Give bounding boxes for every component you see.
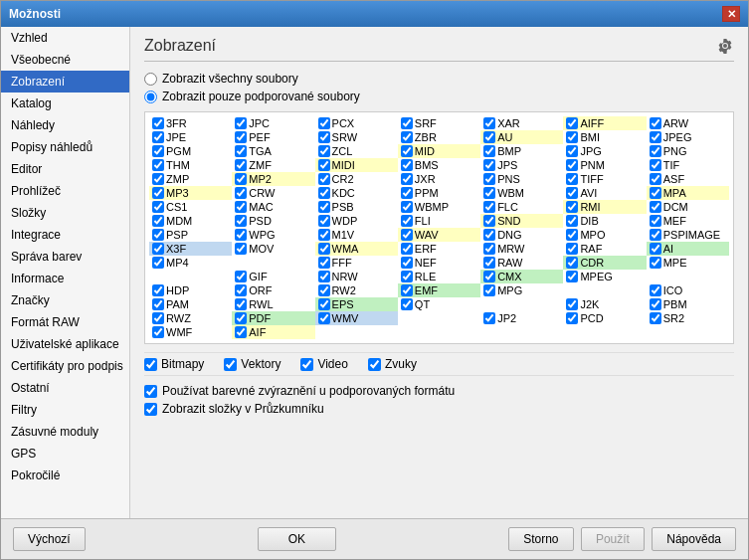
format-checkbox-PEF[interactable] [235,131,247,143]
format-checkbox-TIFF[interactable] [566,173,578,185]
format-checkbox-CMX[interactable] [483,271,495,282]
format-checkbox-AU[interactable] [483,131,495,143]
format-cell-DCM[interactable]: DCM [647,200,729,214]
cancel-button[interactable]: Storno [508,527,573,551]
format-checkbox-RAF[interactable] [566,243,578,255]
format-checkbox-ICO[interactable] [650,284,661,296]
format-checkbox-RMI[interactable] [566,201,578,213]
format-checkbox-SRF[interactable] [401,117,413,129]
format-cell-M1V[interactable]: M1V [315,228,398,242]
format-cell-PSB[interactable]: PSB [315,200,398,214]
format-checkbox-ZCL[interactable] [318,145,330,157]
format-cell-PAM[interactable]: PAM [149,297,232,311]
format-cell-WMV[interactable]: WMV [315,311,398,325]
format-cell-ZMP[interactable]: ZMP [149,172,232,186]
format-cell-FLI[interactable]: FLI [398,214,480,228]
format-cell-FLC[interactable]: FLC [480,200,563,214]
sidebar-item-integrace[interactable]: Integrace [1,224,129,246]
format-checkbox-PCD[interactable] [566,312,578,324]
extra-option[interactable]: Zobrazit složky v Průzkumníku [144,402,734,416]
sidebar-item-všeobecné[interactable]: Všeobecné [1,49,129,71]
format-cell-CRW[interactable]: CRW [232,186,314,200]
sidebar-item-editor[interactable]: Editor [1,158,129,180]
format-checkbox-SND[interactable] [483,215,495,227]
format-checkbox-PCX[interactable] [318,117,330,129]
format-checkbox-J2K[interactable] [566,298,578,310]
close-button[interactable]: ✕ [722,6,740,22]
format-cell-MPG[interactable]: MPG [480,283,563,297]
bottom-checkbox-bitmapy[interactable]: Bitmapy [144,357,204,371]
format-cell-RAF[interactable]: RAF [563,242,646,256]
format-cell-JPEG[interactable]: JPEG [647,130,729,144]
format-cell-BMP[interactable]: BMP [480,144,563,158]
format-checkbox-QT[interactable] [401,298,413,310]
format-cell-PCD[interactable]: PCD [563,311,646,325]
format-checkbox-EMF[interactable] [401,284,413,296]
format-cell-CS1[interactable]: CS1 [149,200,232,214]
format-checkbox-MID[interactable] [401,145,413,157]
format-checkbox-PGM[interactable] [152,145,164,157]
bottom-checkbox-vektory[interactable]: Vektory [224,357,281,371]
format-checkbox-CS1[interactable] [152,201,164,213]
format-cell-J2K[interactable]: J2K [563,297,646,311]
sidebar-item-značky[interactable]: Značky [1,289,129,311]
gear-icon[interactable] [716,37,734,55]
format-checkbox-JPE[interactable] [152,131,164,143]
sidebar-item-správa-barev[interactable]: Správa barev [1,246,129,268]
format-checkbox-3FR[interactable] [152,117,164,129]
format-cell-TIFF[interactable]: TIFF [563,172,646,186]
format-checkbox-JPC[interactable] [235,117,247,129]
format-checkbox-SRW[interactable] [318,131,330,143]
format-cell-MP2[interactable]: MP2 [232,172,314,186]
format-cell-PPM[interactable]: PPM [398,186,480,200]
format-checkbox-DIB[interactable] [566,215,578,227]
format-checkbox-AIFF[interactable] [566,117,578,129]
format-checkbox-MOV[interactable] [235,243,247,255]
bottom-checkbox-zvuky[interactable]: Zvuky [368,357,417,371]
format-cell-ERF[interactable]: ERF [398,242,480,256]
format-checkbox-WAV[interactable] [401,229,413,241]
format-cell-RAW[interactable]: RAW [480,256,563,270]
format-checkbox-M1V[interactable] [318,229,330,241]
format-checkbox-FFF[interactable] [318,257,330,269]
format-cell-ZCL[interactable]: ZCL [315,144,398,158]
bottom-cb-bitmapy[interactable] [144,358,157,371]
sidebar-item-náhledy[interactable]: Náhledy [1,114,129,136]
format-checkbox-NRW[interactable] [318,271,330,282]
format-checkbox-PPM[interactable] [401,187,413,199]
format-cell-MID[interactable]: MID [398,144,480,158]
format-checkbox-ZMP[interactable] [152,173,164,185]
format-cell-PSP[interactable]: PSP [149,228,232,242]
format-cell-HDP[interactable]: HDP [149,283,232,297]
sidebar-item-katalog[interactable]: Katalog [1,93,129,114]
format-checkbox-EPS[interactable] [318,298,330,310]
format-checkbox-PSD[interactable] [235,215,247,227]
format-checkbox-RAW[interactable] [483,257,495,269]
format-checkbox-ZMF[interactable] [235,159,247,171]
format-cell-MIDI[interactable]: MIDI [315,158,398,172]
radio-all-files[interactable]: Zobrazit všechny soubory [144,72,734,86]
format-cell-CR2[interactable]: CR2 [315,172,398,186]
format-checkbox-ERF[interactable] [401,243,413,255]
format-cell-JP2[interactable]: JP2 [480,311,563,325]
format-cell-WBM[interactable]: WBM [480,186,563,200]
format-cell-PDF[interactable]: PDF [232,311,314,325]
format-cell-JPG[interactable]: JPG [563,144,646,158]
format-checkbox-PAM[interactable] [152,298,164,310]
format-cell-MRW[interactable]: MRW [480,242,563,256]
format-checkbox-PDF[interactable] [235,312,247,324]
format-cell-DNG[interactable]: DNG [480,228,563,242]
format-cell-THM[interactable]: THM [149,158,232,172]
format-cell-MDM[interactable]: MDM [149,214,232,228]
format-cell-CDR[interactable]: CDR [563,256,646,270]
format-cell-MP3[interactable]: MP3 [149,186,232,200]
format-cell-AIFF[interactable]: AIFF [563,116,646,130]
format-cell-PSPIMAGE[interactable]: PSPIMAGE [647,228,729,242]
format-cell-WBMP[interactable]: WBMP [398,200,480,214]
format-checkbox-BMS[interactable] [401,159,413,171]
radio-supported-files[interactable]: Zobrazit pouze podporované soubory [144,90,734,103]
format-checkbox-JP2[interactable] [483,312,495,324]
format-checkbox-PSPIMAGE[interactable] [650,229,661,241]
format-cell-MOV[interactable]: MOV [232,242,314,256]
bottom-cb-zvuky[interactable] [368,358,381,371]
